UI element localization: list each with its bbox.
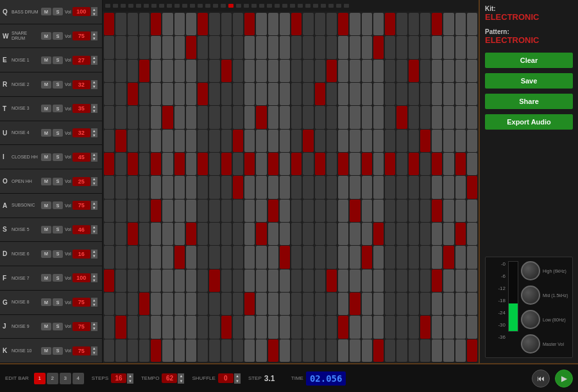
step-btn-7-11[interactable] [233, 176, 243, 198]
step-btn-14-11[interactable] [233, 339, 243, 362]
step-btn-5-27[interactable] [420, 130, 430, 152]
step-btn-10-5[interactable] [162, 246, 173, 268]
step-btn-11-20[interactable] [338, 269, 348, 292]
solo-btn-6[interactable]: S [53, 153, 63, 161]
step-btn-11-16[interactable] [291, 269, 302, 292]
solo-btn-7[interactable]: S [53, 178, 63, 185]
step-btn-0-21[interactable] [350, 13, 360, 35]
step-btn-12-28[interactable] [432, 293, 442, 315]
step-btn-10-24[interactable] [385, 246, 395, 268]
step-btn-8-27[interactable] [420, 200, 430, 222]
step-btn-0-30[interactable] [455, 13, 466, 35]
step-btn-13-22[interactable] [362, 316, 372, 338]
step-btn-2-4[interactable] [151, 60, 161, 82]
step-btn-6-11[interactable] [233, 153, 243, 175]
step-btn-6-4[interactable] [151, 153, 161, 175]
step-btn-5-21[interactable] [350, 130, 360, 152]
step-btn-9-12[interactable] [244, 223, 255, 245]
solo-btn-11[interactable]: S [53, 274, 63, 282]
step-btn-3-0[interactable] [104, 83, 114, 105]
step-btn-12-23[interactable] [373, 293, 384, 315]
step-btn-0-24[interactable] [385, 13, 395, 35]
step-btn-7-17[interactable] [303, 176, 313, 198]
step-btn-0-3[interactable] [139, 13, 149, 35]
step-btn-7-4[interactable] [151, 176, 161, 198]
step-btn-7-29[interactable] [443, 176, 454, 198]
step-btn-12-5[interactable] [162, 293, 173, 315]
step-btn-8-2[interactable] [128, 200, 138, 222]
step-btn-2-23[interactable] [373, 60, 384, 82]
step-btn-2-7[interactable] [186, 60, 196, 82]
step-btn-6-24[interactable] [385, 153, 395, 175]
step-btn-13-25[interactable] [396, 316, 407, 338]
step-btn-9-11[interactable] [233, 223, 243, 245]
solo-btn-10[interactable]: S [53, 250, 63, 258]
step-btn-6-31[interactable] [467, 153, 477, 175]
step-btn-14-23[interactable] [373, 339, 384, 362]
step-btn-13-3[interactable] [139, 316, 149, 338]
step-btn-14-7[interactable] [186, 339, 196, 362]
step-btn-9-17[interactable] [303, 223, 313, 245]
step-btn-2-5[interactable] [162, 60, 173, 82]
step-btn-1-24[interactable] [385, 36, 395, 58]
step-btn-7-12[interactable] [244, 176, 255, 198]
step-btn-10-11[interactable] [233, 246, 243, 268]
vol-down-2[interactable]: ▼ [91, 60, 98, 65]
step-btn-0-29[interactable] [443, 13, 454, 35]
step-btn-14-1[interactable] [115, 339, 126, 362]
step-btn-4-7[interactable] [186, 106, 196, 128]
step-btn-7-8[interactable] [198, 176, 208, 198]
step-btn-4-19[interactable] [327, 106, 337, 128]
step-btn-13-23[interactable] [373, 316, 384, 338]
mute-btn-4[interactable]: M [41, 105, 51, 112]
step-btn-14-4[interactable] [151, 339, 161, 362]
step-btn-5-23[interactable] [373, 130, 384, 152]
step-btn-4-24[interactable] [385, 106, 395, 128]
step-btn-7-7[interactable] [186, 176, 196, 198]
step-btn-10-22[interactable] [362, 246, 372, 268]
step-btn-14-19[interactable] [327, 339, 337, 362]
step-btn-8-26[interactable] [409, 200, 419, 222]
step-btn-12-7[interactable] [186, 293, 196, 315]
solo-btn-0[interactable]: S [53, 8, 63, 15]
step-btn-8-17[interactable] [303, 200, 313, 222]
step-btn-4-6[interactable] [174, 106, 185, 128]
step-btn-11-23[interactable] [373, 269, 384, 292]
bar-btn-2[interactable]: 2 [47, 373, 58, 384]
step-btn-4-10[interactable] [221, 106, 232, 128]
step-btn-10-28[interactable] [432, 246, 442, 268]
step-btn-1-28[interactable] [432, 36, 442, 58]
step-btn-5-29[interactable] [443, 130, 454, 152]
mute-btn-14[interactable]: M [41, 347, 51, 355]
step-btn-9-13[interactable] [256, 223, 266, 245]
solo-btn-4[interactable]: S [53, 105, 63, 112]
step-btn-2-3[interactable] [139, 60, 149, 82]
step-btn-13-20[interactable] [338, 316, 348, 338]
step-btn-7-16[interactable] [291, 176, 302, 198]
step-btn-13-18[interactable] [315, 316, 325, 338]
step-btn-11-3[interactable] [139, 269, 149, 292]
step-btn-12-19[interactable] [327, 293, 337, 315]
step-btn-3-10[interactable] [221, 83, 232, 105]
step-btn-8-0[interactable] [104, 200, 114, 222]
step-btn-10-30[interactable] [455, 246, 466, 268]
vol-down-9[interactable]: ▼ [91, 230, 98, 234]
step-btn-10-18[interactable] [315, 246, 325, 268]
step-btn-5-11[interactable] [233, 130, 243, 152]
step-btn-2-6[interactable] [174, 60, 185, 82]
step-btn-6-26[interactable] [409, 153, 419, 175]
knob-3[interactable] [521, 334, 540, 354]
step-btn-9-30[interactable] [455, 223, 466, 245]
step-btn-6-10[interactable] [221, 153, 232, 175]
step-btn-14-18[interactable] [315, 339, 325, 362]
step-btn-11-19[interactable] [327, 269, 337, 292]
step-btn-8-4[interactable] [151, 200, 161, 222]
step-btn-3-1[interactable] [115, 83, 126, 105]
step-btn-11-7[interactable] [186, 269, 196, 292]
step-btn-6-25[interactable] [396, 153, 407, 175]
tempo-down[interactable]: ▼ [178, 379, 184, 384]
mute-btn-3[interactable]: M [41, 81, 51, 89]
solo-btn-5[interactable]: S [53, 129, 63, 137]
step-btn-11-24[interactable] [385, 269, 395, 292]
vol-up-6[interactable]: ▲ [91, 153, 98, 157]
